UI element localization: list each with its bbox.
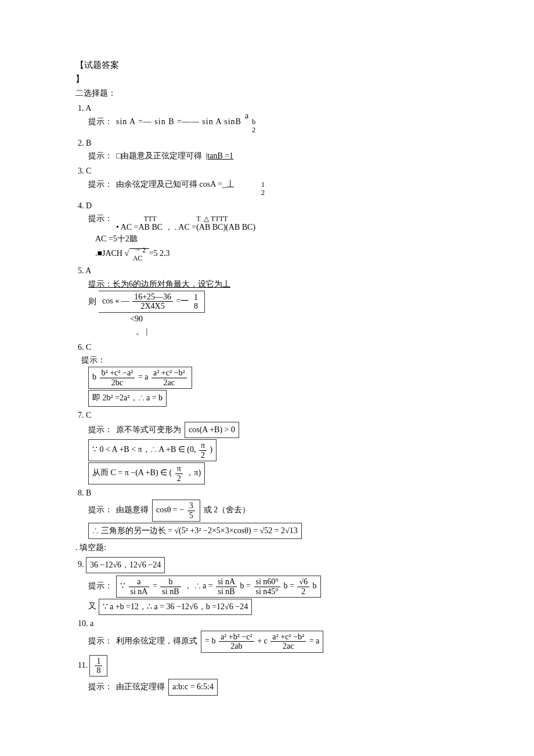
q7-box2: ∵ 0 < A +B < π，∴ A +B ∈ (0, π 2 ) [88,439,217,461]
q9-f3d: si nB [216,587,237,596]
q6-b1n: b² +c² −a² [100,368,135,378]
q5-frac2: 1 8 [192,293,200,311]
q9-f1: asi nA [129,577,150,596]
q3-hint-label: 提示： [88,178,113,191]
q6-box2: 即 2b² =2a²，∴ a = b [88,390,167,406]
q5-hint: 提示：长为6的边所对角最大，设它为丄 [88,278,459,291]
q9-f4d: si n45° [254,587,280,596]
q5-denbot: 2X4X5 [132,302,173,310]
q10-box: = b a² +b² −c²2ab + c a² +c² −b²2ac = a [201,631,323,653]
q4: 4. D 提示： TTT T △ TTTT • AC =AB BC ， . AC… [78,200,459,263]
q7-num: 7. C [78,409,459,422]
q9-b2s: b = [283,581,296,590]
q6-b1pre: b [92,373,99,382]
q7-f1n: π [199,441,207,450]
q10-text: 利用余弦定理，得原式 [116,635,197,648]
q1-expr-text: sin A =— sin B =—— sin A sinB [116,117,241,126]
q8-frac1: 3 5 [187,501,195,520]
q11: 11. 1 8 提示： 由正弦定理得 a:b:c = 6:5:4 [78,655,459,696]
q9-f1n: a [129,577,150,587]
q5-num: 5. A [78,265,459,277]
q9-f4n: si n60° [254,577,280,587]
q6-b1d: 2bc [100,378,135,387]
q4-row4: .■JACH →AC2 =5 2.3 [95,245,459,262]
q10-ba: = b [205,636,218,645]
q8-num: 8. B [78,487,459,500]
q7-b2a: ∵ 0 < A +B < π，∴ A +B ∈ (0, [92,445,198,454]
q11-hint-label: 提示： [88,681,113,693]
q4-row3: AC =5十2聽 [95,233,459,245]
q6: 6. C 提示： b b² +c² −a² 2bc = a a² +c² −b²… [78,341,459,407]
q3-num: 3. C [78,165,459,178]
q2-text: □由题意及正弦定理可得 [116,150,202,162]
q9-f3n: si nA [216,577,237,587]
q6-b1mid: = a [138,373,150,382]
q10-f2d: 2ac [270,642,306,650]
q6-b1d2: 2ac [151,378,187,387]
q4-num: 4. D [78,200,459,212]
q11-text: 由正弦定理得 [116,681,165,693]
q3: 3. C 提示： 由余弦定理及已知可得 cosA =_丄 1 2 [78,165,459,197]
q5-pre: 则 [88,295,96,308]
q4-sup: 2 [142,247,146,254]
q9-f2: bsi nB [160,577,181,596]
q5-b2: 。 [136,327,144,336]
q5: 5. A 提示：长为6的边所对角最大，设它为丄 则 cos « — 16+25—… [78,265,459,338]
q5-cos: cos « — [102,296,129,305]
q11-num: 11. [78,661,88,670]
q4-sqrt: →AC2 [129,248,149,258]
q6-num: 6. C [78,341,459,354]
q9-f2n: b [160,577,181,587]
q2-hint-label: 提示： [88,150,113,162]
q2-num: 2. B [78,137,459,150]
q10-f1n: a² +b² −c² [219,632,254,642]
section-choice: 二选择题： [75,87,459,100]
q8-tail1: 或 2（舍去） [204,504,251,516]
q2: 2. B 提示： □由题意及正弦定理可得 |tanB =1 [78,137,459,163]
section-fill: . 填空题: [75,541,459,554]
q6-b1n2: a² +c² −b² [151,368,187,378]
q6-hint-label: 提示： [81,354,459,367]
q7-box3: 从而 C = π −(A +B) ∈ ( π 2 ，π) [88,462,205,484]
sqrt-icon [124,249,129,258]
q7-frac1: π 2 [199,441,207,460]
q1-num: 1. A [78,102,459,115]
q9-mid: = [153,581,159,590]
q9-f3: si nAsi nB [216,577,237,596]
q7-b2b: ) [210,445,212,454]
q1: 1. A 提示： sin A =— sin B =—— sin A sinB a… [78,102,459,134]
q4-vec: →AC [133,245,143,262]
q1-hint-label: 提示： [88,115,113,128]
q1-expr: sin A =— sin B =—— sin A sinB [116,115,241,128]
q6-frac1: b² +c² −a² 2bc [100,368,135,387]
q9-ans: 36 −12√6，12√6 −24 [86,557,165,573]
q4-row4a: .■JACH [95,249,124,258]
q8-b1d: 5 [187,511,195,520]
q7-hint-label: 提示： [88,424,113,436]
q5-rt: 1 [192,293,200,302]
q9-f1d: si nA [129,587,150,596]
q10-f1d: 2ab [219,642,254,650]
q10-mid: + c [257,636,269,645]
q5-below2: 。 | [136,325,459,338]
q4-row1: TTT T △ TTTT [116,215,255,223]
q7-frac2: π 2 [175,464,183,483]
q4-row2: • AC =AB BC ， . AC =(AB BC)(AB BC) [116,223,255,233]
q11-an: 1 [95,657,102,666]
q8: 8. B 提示： 由题意得 cosθ = − 3 5 或 2（舍去） ∴ 三角形… [78,487,459,540]
q3-frac: 1 2 [261,180,265,197]
q4-hint-label: 提示： [88,212,113,225]
q6-box1: b b² +c² −a² 2bc = a a² +c² −b² 2ac [88,367,192,389]
q11-frac: 1 8 [95,657,102,675]
q2-boxed: |tanB =1 [205,150,233,162]
title-line1: 【试题答案 [75,58,459,72]
q10-hint-label: 提示： [88,635,113,648]
q10-tail: = a [309,636,320,645]
q10: 10. a 提示： 利用余弦定理，得原式 = b a² +b² −c²2ab +… [78,617,459,652]
q7-box1: cos(A +B) > 0 [185,422,239,438]
q9-hint-label: 提示： [88,580,113,592]
q10-f2: a² +c² −b²2ac [270,632,306,651]
q9-f5: √62 [297,577,309,596]
q10-num: 10. a [78,617,459,630]
q1-a: a [245,110,248,122]
